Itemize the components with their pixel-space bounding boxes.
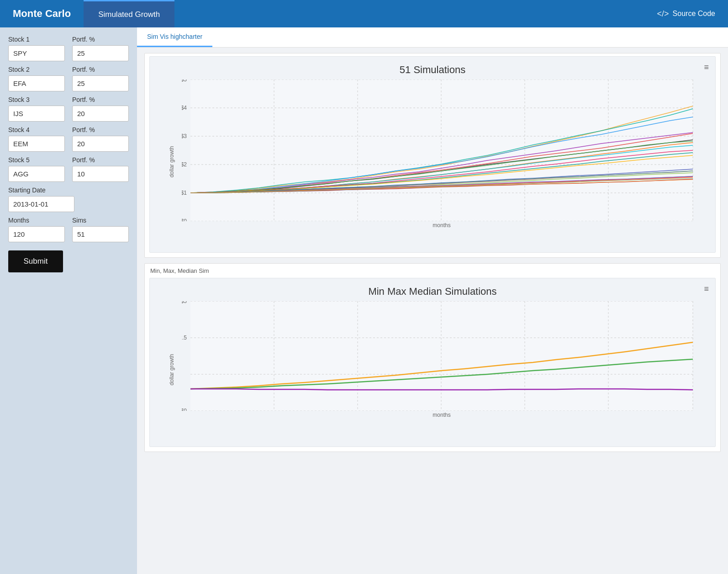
chart1-title: 51 Simulations	[150, 57, 715, 80]
stock5-input[interactable]	[8, 166, 65, 182]
portf5-input[interactable]	[72, 166, 129, 182]
chart1-y-label: dollar growth	[169, 146, 175, 178]
chart1-x-label: months	[182, 222, 702, 229]
stock4-label: Stock 4	[8, 126, 65, 133]
stock3-input[interactable]	[8, 106, 65, 122]
months-input[interactable]	[8, 226, 65, 242]
months-field: Months	[8, 217, 65, 242]
sims-input[interactable]	[72, 226, 129, 242]
app-brand: Monte Carlo	[0, 0, 84, 27]
svg-text:$1: $1	[182, 190, 187, 196]
chart1-container: 51 Simulations ≡ dollar growth	[149, 56, 716, 253]
stock1-label: Stock 1	[8, 36, 65, 43]
stock5-row: Stock 5 Portf. %	[8, 156, 129, 182]
tabs-bar: Sim Vis highcharter	[137, 27, 728, 48]
portf1-field: Portf. %	[72, 36, 129, 61]
chart2-x-label: months	[182, 412, 702, 418]
svg-text:$2: $2	[182, 161, 187, 168]
header-tab-simulated-growth[interactable]: Simulated Growth	[84, 0, 174, 27]
portf4-label: Portf. %	[72, 126, 129, 133]
stock2-input[interactable]	[8, 75, 65, 91]
svg-text:$0: $0	[182, 408, 187, 411]
chart1-menu-icon[interactable]: ≡	[704, 63, 709, 71]
chart2-subtitle: Min, Max, Median Sim	[145, 264, 720, 275]
content-area: Sim Vis highcharter 51 Simulations ≡ dol…	[137, 27, 728, 574]
portf3-input[interactable]	[72, 106, 129, 122]
sims-label: Sims	[72, 217, 129, 224]
portf1-label: Portf. %	[72, 36, 129, 43]
chart2-container: Min Max Median Simulations ≡ dollar grow…	[149, 278, 716, 447]
chart2-y-label: dollar growth	[169, 354, 175, 386]
chart1-svg: $5 $4 $3 $2 $1 $0 0 20 40 60 80	[182, 80, 702, 221]
stock5-label: Stock 5	[8, 156, 65, 164]
portf3-field: Portf. %	[72, 96, 129, 122]
submit-button[interactable]: Submit	[8, 250, 63, 272]
stock3-row: Stock 3 Portf. %	[8, 96, 129, 122]
svg-text:$2.5: $2.5	[182, 335, 187, 341]
months-label: Months	[8, 217, 65, 224]
svg-text:$0: $0	[182, 218, 187, 221]
stock4-field: Stock 4	[8, 126, 65, 152]
sidebar: Stock 1 Portf. % Stock 2 Portf. % Stock …	[0, 27, 137, 574]
starting-date-input[interactable]	[8, 196, 74, 212]
svg-rect-0	[190, 80, 693, 221]
portf1-input[interactable]	[72, 45, 129, 61]
chart2-svg: $5 $2.5 $0 0 20 40 60 80 100 120	[182, 301, 702, 411]
stock5-field: Stock 5	[8, 156, 65, 182]
svg-text:$5: $5	[182, 301, 187, 304]
chart2-menu-icon[interactable]: ≡	[704, 285, 709, 293]
stock1-field: Stock 1	[8, 36, 65, 61]
starting-date-label: Starting Date	[8, 186, 129, 194]
portf5-field: Portf. %	[72, 156, 129, 182]
svg-text:$5: $5	[182, 80, 187, 83]
svg-text:$4: $4	[182, 105, 187, 111]
stock3-label: Stock 3	[8, 96, 65, 103]
stock3-field: Stock 3	[8, 96, 65, 122]
main-layout: Stock 1 Portf. % Stock 2 Portf. % Stock …	[0, 27, 728, 574]
stock1-row: Stock 1 Portf. %	[8, 36, 129, 61]
stock4-row: Stock 4 Portf. %	[8, 126, 129, 152]
portf3-label: Portf. %	[72, 96, 129, 103]
source-code-link[interactable]: </> Source Code	[644, 9, 728, 19]
header: Monte Carlo Simulated Growth </> Source …	[0, 0, 728, 27]
stock2-field: Stock 2	[8, 66, 65, 91]
portf2-field: Portf. %	[72, 66, 129, 91]
code-icon: </>	[657, 9, 669, 19]
portf5-label: Portf. %	[72, 156, 129, 164]
stock1-input[interactable]	[8, 45, 65, 61]
portf2-input[interactable]	[72, 75, 129, 91]
portf2-label: Portf. %	[72, 66, 129, 73]
chart2-title: Min Max Median Simulations	[150, 278, 715, 301]
sims-field: Sims	[72, 217, 129, 242]
stock2-label: Stock 2	[8, 66, 65, 73]
stock4-input[interactable]	[8, 136, 65, 152]
starting-date-group: Starting Date	[8, 186, 129, 212]
portf4-input[interactable]	[72, 136, 129, 152]
svg-text:$3: $3	[182, 133, 187, 139]
chart2-panel: Min, Max, Median Sim Min Max Median Simu…	[144, 263, 721, 452]
portf4-field: Portf. %	[72, 126, 129, 152]
charts-area: 51 Simulations ≡ dollar growth	[137, 48, 728, 574]
stock2-row: Stock 2 Portf. %	[8, 66, 129, 91]
tab-sim-vis-highcharter[interactable]: Sim Vis highcharter	[137, 27, 212, 47]
chart1-panel: 51 Simulations ≡ dollar growth	[144, 53, 721, 258]
months-sims-row: Months Sims	[8, 217, 129, 242]
svg-rect-26	[190, 301, 693, 411]
